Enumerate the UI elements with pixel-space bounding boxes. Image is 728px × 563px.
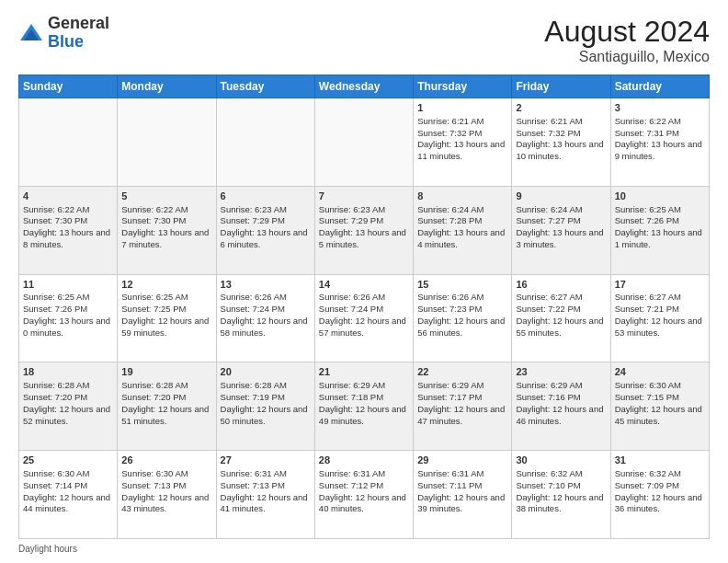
- day-info: Sunrise: 6:23 AM: [319, 204, 409, 216]
- calendar-cell: [314, 98, 413, 187]
- logo-blue: Blue: [48, 32, 84, 51]
- day-info: Daylight: 12 hours and 49 minutes.: [319, 404, 409, 428]
- calendar-cell: [19, 98, 118, 187]
- month-year: August 2024: [544, 15, 710, 49]
- day-info: Sunset: 7:18 PM: [319, 392, 409, 404]
- calendar-cell: 29Sunrise: 6:31 AMSunset: 7:11 PMDayligh…: [414, 451, 512, 539]
- day-info: Sunset: 7:24 PM: [319, 304, 409, 316]
- day-info: Sunrise: 6:21 AM: [417, 116, 507, 128]
- day-info: Sunset: 7:31 PM: [615, 128, 705, 140]
- day-info: Sunrise: 6:26 AM: [417, 292, 507, 304]
- day-info: Sunset: 7:32 PM: [516, 128, 606, 140]
- calendar-cell: 8Sunrise: 6:24 AMSunset: 7:28 PMDaylight…: [414, 186, 512, 274]
- day-info: Daylight: 12 hours and 52 minutes.: [23, 404, 113, 428]
- week-row-5: 25Sunrise: 6:30 AMSunset: 7:14 PMDayligh…: [19, 451, 710, 539]
- day-number: 9: [516, 190, 606, 203]
- day-number: 11: [23, 278, 113, 292]
- day-info: Sunset: 7:24 PM: [221, 304, 311, 316]
- day-info: Sunrise: 6:30 AM: [23, 468, 113, 480]
- day-info: Daylight: 12 hours and 55 minutes.: [516, 316, 606, 339]
- day-info: Sunset: 7:20 PM: [23, 392, 113, 404]
- day-info: Sunrise: 6:28 AM: [121, 380, 211, 392]
- logo-text: General Blue: [48, 15, 109, 52]
- day-info: Daylight: 12 hours and 40 minutes.: [319, 492, 409, 516]
- day-info: Sunset: 7:22 PM: [516, 304, 606, 316]
- day-info: Sunset: 7:13 PM: [221, 480, 311, 492]
- calendar-cell: 2Sunrise: 6:21 AMSunset: 7:32 PMDaylight…: [512, 98, 610, 187]
- day-info: Sunrise: 6:32 AM: [516, 468, 606, 480]
- day-info: Daylight: 12 hours and 41 minutes.: [221, 492, 311, 516]
- day-info: Sunrise: 6:25 AM: [23, 292, 113, 304]
- day-number: 24: [615, 365, 705, 379]
- day-number: 7: [319, 190, 409, 203]
- calendar-cell: 19Sunrise: 6:28 AMSunset: 7:20 PMDayligh…: [118, 362, 216, 451]
- day-number: 29: [417, 454, 507, 467]
- day-number: 15: [417, 278, 507, 292]
- calendar-cell: 28Sunrise: 6:31 AMSunset: 7:12 PMDayligh…: [314, 451, 413, 539]
- calendar-cell: 4Sunrise: 6:22 AMSunset: 7:30 PMDaylight…: [19, 186, 118, 274]
- day-number: 21: [319, 365, 409, 379]
- calendar-cell: 13Sunrise: 6:26 AMSunset: 7:24 PMDayligh…: [216, 274, 314, 362]
- week-row-4: 18Sunrise: 6:28 AMSunset: 7:20 PMDayligh…: [19, 362, 710, 451]
- calendar-cell: 9Sunrise: 6:24 AMSunset: 7:27 PMDaylight…: [512, 186, 610, 274]
- day-info: Daylight: 12 hours and 59 minutes.: [121, 316, 211, 339]
- day-info: Sunset: 7:21 PM: [615, 304, 705, 316]
- day-number: 16: [516, 278, 606, 292]
- day-info: Sunrise: 6:26 AM: [319, 292, 409, 304]
- day-info: Sunrise: 6:29 AM: [417, 380, 507, 392]
- day-info: Sunset: 7:17 PM: [417, 392, 507, 404]
- day-info: Sunrise: 6:31 AM: [221, 468, 311, 480]
- day-info: Daylight: 13 hours and 10 minutes.: [516, 139, 606, 163]
- weekday-header-monday: Monday: [118, 75, 216, 98]
- week-row-3: 11Sunrise: 6:25 AMSunset: 7:26 PMDayligh…: [19, 274, 710, 362]
- day-number: 13: [221, 278, 311, 292]
- day-info: Sunset: 7:09 PM: [615, 480, 705, 492]
- day-info: Daylight: 12 hours and 50 minutes.: [221, 404, 311, 428]
- day-info: Sunrise: 6:31 AM: [319, 468, 409, 480]
- header: General Blue August 2024 Santiaguillo, M…: [18, 15, 710, 65]
- day-number: 2: [516, 101, 606, 115]
- calendar-cell: 6Sunrise: 6:23 AMSunset: 7:29 PMDaylight…: [216, 186, 314, 274]
- calendar-cell: [118, 98, 216, 187]
- day-info: Daylight: 13 hours and 1 minute.: [615, 227, 705, 251]
- calendar-table: SundayMondayTuesdayWednesdayThursdayFrid…: [18, 75, 710, 539]
- day-info: Daylight: 12 hours and 36 minutes.: [615, 492, 705, 516]
- day-info: Sunrise: 6:22 AM: [615, 116, 705, 128]
- day-info: Daylight: 13 hours and 5 minutes.: [319, 227, 409, 251]
- day-number: 28: [319, 454, 409, 467]
- day-number: 20: [221, 365, 311, 379]
- calendar-cell: 12Sunrise: 6:25 AMSunset: 7:25 PMDayligh…: [118, 274, 216, 362]
- day-info: Daylight: 13 hours and 7 minutes.: [121, 227, 211, 251]
- weekday-header-sunday: Sunday: [19, 75, 118, 98]
- logo-icon: [18, 20, 44, 46]
- day-info: Sunrise: 6:30 AM: [121, 468, 211, 480]
- day-info: Sunrise: 6:21 AM: [516, 116, 606, 128]
- day-number: 6: [221, 190, 311, 203]
- day-info: Sunrise: 6:24 AM: [417, 204, 507, 216]
- logo: General Blue: [18, 15, 109, 52]
- day-info: Sunrise: 6:28 AM: [23, 380, 113, 392]
- calendar-cell: 25Sunrise: 6:30 AMSunset: 7:14 PMDayligh…: [19, 451, 118, 539]
- calendar-cell: 10Sunrise: 6:25 AMSunset: 7:26 PMDayligh…: [610, 186, 709, 274]
- day-info: Sunrise: 6:28 AM: [221, 380, 311, 392]
- calendar-cell: 5Sunrise: 6:22 AMSunset: 7:30 PMDaylight…: [118, 186, 216, 274]
- calendar-cell: 11Sunrise: 6:25 AMSunset: 7:26 PMDayligh…: [19, 274, 118, 362]
- day-info: Sunset: 7:28 PM: [417, 215, 507, 227]
- day-info: Sunset: 7:29 PM: [319, 215, 409, 227]
- day-info: Daylight: 12 hours and 38 minutes.: [516, 492, 606, 516]
- day-info: Daylight: 13 hours and 9 minutes.: [615, 139, 705, 163]
- day-info: Daylight: 12 hours and 56 minutes.: [417, 316, 507, 339]
- day-number: 18: [23, 365, 113, 379]
- day-info: Daylight: 12 hours and 39 minutes.: [417, 492, 507, 516]
- day-number: 8: [417, 190, 507, 203]
- day-info: Daylight: 12 hours and 53 minutes.: [615, 316, 705, 339]
- logo-general: General: [48, 14, 109, 32]
- week-row-1: 1Sunrise: 6:21 AMSunset: 7:32 PMDaylight…: [19, 98, 710, 187]
- calendar-cell: 23Sunrise: 6:29 AMSunset: 7:16 PMDayligh…: [512, 362, 610, 451]
- calendar-cell: 17Sunrise: 6:27 AMSunset: 7:21 PMDayligh…: [610, 274, 709, 362]
- day-number: 1: [417, 101, 507, 115]
- page: General Blue August 2024 Santiaguillo, M…: [0, 0, 728, 563]
- calendar-cell: 30Sunrise: 6:32 AMSunset: 7:10 PMDayligh…: [512, 451, 610, 539]
- day-number: 31: [615, 454, 705, 467]
- day-info: Daylight: 13 hours and 11 minutes.: [417, 139, 507, 163]
